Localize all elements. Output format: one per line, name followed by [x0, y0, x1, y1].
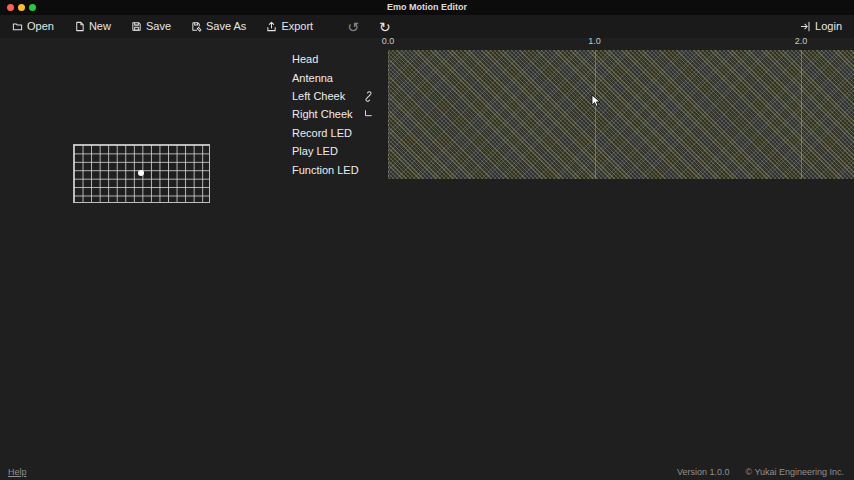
- save-as-button[interactable]: Save As: [191, 21, 246, 32]
- timeline-ruler: 0.01.02.0: [0, 36, 854, 49]
- track-label: Antenna: [292, 72, 333, 84]
- link-icon: [363, 91, 374, 102]
- track-row[interactable]: Left Cheek: [292, 87, 374, 105]
- export-button-label: Export: [281, 21, 313, 32]
- elbow-link-icon: [363, 109, 373, 119]
- open-button[interactable]: Open: [12, 21, 54, 32]
- led-matrix-preview[interactable]: [73, 144, 210, 203]
- track-label: Play LED: [292, 145, 338, 157]
- track-icon-slot[interactable]: [362, 90, 374, 102]
- undo-icon: ↺: [347, 20, 359, 34]
- ruler-tick: 2.0: [795, 36, 808, 46]
- traffic-lights: [7, 0, 36, 15]
- save-button-label: Save: [146, 21, 171, 32]
- save-button[interactable]: Save: [131, 21, 171, 32]
- version-label: Version 1.0.0: [677, 467, 730, 477]
- track-row[interactable]: Right Cheek: [292, 105, 374, 123]
- zoom-button[interactable]: [29, 4, 36, 11]
- track-icon-slot: [362, 72, 374, 84]
- new-button[interactable]: New: [74, 21, 111, 32]
- track-icon-slot: [362, 127, 374, 139]
- track-label: Right Cheek: [292, 108, 353, 120]
- track-row[interactable]: Function LED: [292, 161, 374, 179]
- login-button-label: Login: [815, 21, 842, 32]
- close-button[interactable]: [7, 4, 14, 11]
- new-file-icon: [74, 21, 85, 32]
- toolbar: Open New Save Save As Export ↺ ↻ Login: [0, 15, 854, 38]
- save-icon: [131, 21, 142, 32]
- track-row[interactable]: Antenna: [292, 68, 374, 86]
- minimize-button[interactable]: [18, 4, 25, 11]
- open-button-label: Open: [27, 21, 54, 32]
- new-button-label: New: [89, 21, 111, 32]
- track-label: Head: [292, 53, 318, 65]
- login-button[interactable]: Login: [800, 21, 842, 32]
- track-row[interactable]: Record LED: [292, 124, 374, 142]
- track-icon-slot[interactable]: [362, 108, 374, 120]
- track-row[interactable]: Play LED: [292, 142, 374, 160]
- track-row[interactable]: Head: [292, 50, 374, 68]
- ruler-tick: 0.0: [382, 36, 395, 46]
- undo-button[interactable]: ↺: [347, 20, 359, 34]
- redo-icon: ↻: [379, 20, 391, 34]
- track-icon-slot: [362, 53, 374, 65]
- copyright-label: © Yukai Engineering Inc.: [745, 467, 844, 477]
- save-as-button-label: Save As: [206, 21, 246, 32]
- save-as-icon: [191, 21, 202, 32]
- help-link[interactable]: Help: [8, 467, 27, 477]
- footer-info: Version 1.0.0 © Yukai Engineering Inc.: [677, 467, 844, 477]
- track-label: Function LED: [292, 164, 359, 176]
- login-icon: [800, 21, 811, 32]
- timeline-tracks-canvas[interactable]: [388, 50, 854, 179]
- led-active-pixel[interactable]: [138, 170, 144, 176]
- track-icon-slot: [362, 164, 374, 176]
- titlebar: Emo Motion Editor: [0, 0, 854, 15]
- track-label: Left Cheek: [292, 90, 345, 102]
- redo-button[interactable]: ↻: [379, 20, 391, 34]
- open-icon: [12, 21, 23, 32]
- window-title: Emo Motion Editor: [0, 0, 854, 15]
- export-button[interactable]: Export: [266, 21, 313, 32]
- export-icon: [266, 21, 277, 32]
- track-labels: Head Antenna Left Cheek Right Cheek Reco…: [292, 50, 374, 179]
- track-label: Record LED: [292, 127, 352, 139]
- track-icon-slot: [362, 145, 374, 157]
- ruler-tick: 1.0: [588, 36, 601, 46]
